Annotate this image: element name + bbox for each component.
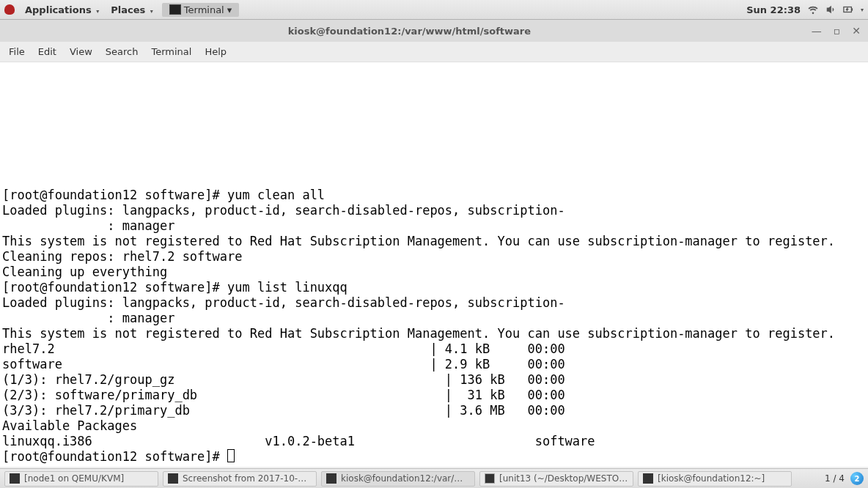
places-menu[interactable]: Places ▾ <box>106 4 158 15</box>
image-icon <box>168 473 178 484</box>
taskbar-label: Screenshot from 2017-10-28 ... <box>183 473 312 484</box>
vm-icon <box>10 473 20 484</box>
top-panel: Applications ▾ Places ▾ Terminal ▾ Sun 2… <box>0 0 868 20</box>
taskbar-label: kiosk@foundation12:/var/www/... <box>341 473 470 484</box>
document-icon <box>485 473 495 484</box>
taskbar-item[interactable]: Screenshot from 2017-10-28 ... <box>163 471 317 487</box>
menu-terminal[interactable]: Terminal <box>145 45 197 59</box>
terminal-cursor <box>227 449 235 462</box>
terminal-icon <box>169 4 181 15</box>
applications-menu[interactable]: Applications ▾ <box>21 4 103 15</box>
menu-view[interactable]: View <box>64 45 98 59</box>
minimize-button[interactable]: — <box>812 25 822 37</box>
terminal-icon <box>643 473 653 484</box>
menu-file[interactable]: File <box>3 45 31 59</box>
taskbar-item[interactable]: [kiosk@foundation12:~] <box>638 471 792 487</box>
taskbar-label: [kiosk@foundation12:~] <box>658 473 765 484</box>
chevron-down-icon: ▾ <box>227 4 232 15</box>
window-title: kiosk@foundation12:/var/www/html/softwar… <box>288 26 531 37</box>
places-label: Places <box>111 4 145 15</box>
menu-search[interactable]: Search <box>100 45 144 59</box>
svg-rect-1 <box>851 8 853 11</box>
menu-edit[interactable]: Edit <box>32 45 62 59</box>
distro-logo-icon <box>4 4 15 15</box>
taskbar-label: [node1 on QEMU/KVM] <box>24 473 124 484</box>
applications-label: Applications <box>25 4 92 15</box>
taskbar-item[interactable]: [node1 on QEMU/KVM] <box>4 471 158 487</box>
terminal-output[interactable]: [root@foundation12 software]# yum clean … <box>0 62 868 467</box>
workspace-indicator[interactable]: 1 / 4 <box>825 473 845 484</box>
volume-icon[interactable] <box>825 4 836 15</box>
active-app-menu[interactable]: Terminal ▾ <box>162 3 239 17</box>
wifi-icon[interactable] <box>808 4 818 15</box>
chevron-down-icon[interactable]: ▾ <box>861 7 864 13</box>
terminal-icon <box>326 473 336 484</box>
terminal-window: kiosk@foundation12:/var/www/html/softwar… <box>0 20 868 467</box>
taskbar-label: [unit13 (~/Desktop/WESTOS_O... <box>499 473 628 484</box>
bottom-taskbar: [node1 on QEMU/KVM] Screenshot from 2017… <box>0 468 868 488</box>
terminal-menubar: File Edit View Search Terminal Help <box>0 42 868 62</box>
window-titlebar[interactable]: kiosk@foundation12:/var/www/html/softwar… <box>0 20 868 42</box>
close-button[interactable]: ✕ <box>852 25 861 37</box>
notification-badge[interactable]: 2 <box>850 472 864 485</box>
taskbar-item[interactable]: kiosk@foundation12:/var/www/... <box>321 471 475 487</box>
chevron-down-icon: ▾ <box>96 8 99 15</box>
taskbar-item[interactable]: [unit13 (~/Desktop/WESTOS_O... <box>479 471 633 487</box>
menu-help[interactable]: Help <box>199 45 232 59</box>
maximize-button[interactable]: ▫ <box>834 25 841 37</box>
active-app-label: Terminal <box>184 4 224 15</box>
battery-icon[interactable] <box>843 4 853 15</box>
clock-label[interactable]: Sun 22:38 <box>746 4 801 15</box>
chevron-down-icon: ▾ <box>150 8 153 15</box>
